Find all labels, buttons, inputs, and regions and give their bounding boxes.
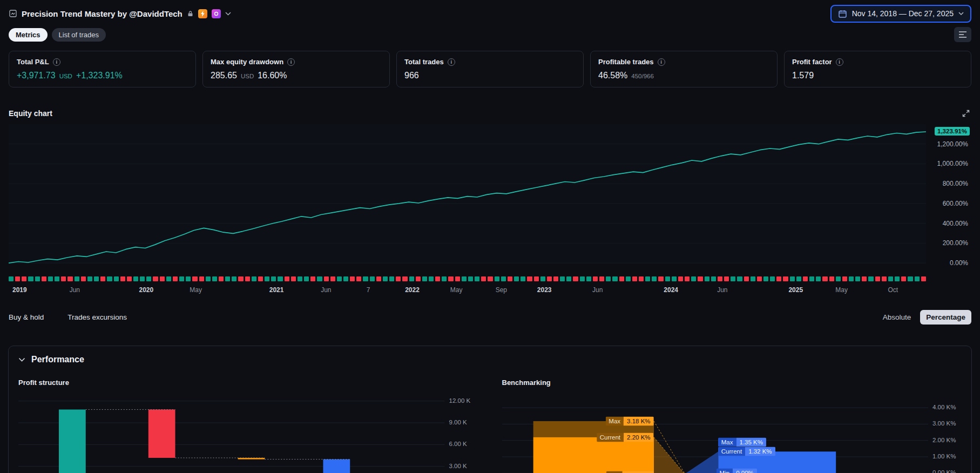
equity-x-axis: 2019Jun2020May2021Jun72022MaySep2023Jun2…: [9, 286, 926, 295]
metric-card-max-drawdown: Max equity drawdowni 285.65USD16.60%: [202, 51, 390, 87]
benchmark-buyhold-min-chip: Min0.00%: [717, 469, 757, 473]
date-chevron-down-icon: [958, 12, 964, 16]
benchmark-buyhold-max-chip: Max1.35 K%: [718, 438, 766, 447]
checkbox-label: Buy & hold: [9, 313, 44, 321]
chip-value: 2.20 K%: [624, 433, 653, 442]
benchmark-strategy-max-chip: Max3.18 K%: [605, 416, 653, 425]
chip-label: Current: [718, 447, 745, 456]
chevron-down-icon: [18, 357, 25, 362]
metric-value: +3,971.73: [17, 71, 56, 80]
metric-unit: USD: [241, 73, 254, 79]
chip-value: 3.18 K%: [624, 416, 653, 425]
list-lines-icon: [958, 31, 967, 38]
metric-value: 966: [404, 71, 419, 80]
chip-value: −14.14%: [623, 471, 654, 473]
date-range-text: Nov 14, 2018 — Dec 27, 2025: [852, 9, 954, 18]
title-chevron-down-icon[interactable]: [225, 12, 231, 16]
equity-curve: [9, 124, 926, 263]
performance-section: Performance Profit structure 12.00 K9.00…: [8, 346, 972, 473]
benchmarking-areas: [502, 397, 929, 473]
chip-value: 1.35 K%: [736, 438, 766, 447]
report-layout-button[interactable]: [954, 27, 971, 42]
tab-metrics[interactable]: Metrics: [9, 28, 48, 42]
axis-spacer: [926, 286, 971, 295]
date-range-button[interactable]: Nov 14, 2018 — Dec 27, 2025: [830, 5, 971, 23]
metric-value: 1.579: [792, 71, 814, 80]
metric-extra: 16.60%: [258, 71, 287, 80]
tabs-row: Metrics List of trades: [0, 24, 980, 42]
trade-markers-strip: [9, 276, 926, 281]
benchmarking-plot: Max3.18 K% Current2.20 K% Min−14.14% Max…: [502, 397, 929, 473]
strategy-title-group: Precision Trend Mastery by @DaviddTech: [9, 9, 231, 18]
equity-chart-plot[interactable]: [9, 124, 926, 263]
metric-label: Profitable trades: [598, 58, 654, 66]
tab-list-of-trades[interactable]: List of trades: [52, 28, 106, 42]
equity-y-axis: 1,323.91% 1,200.00%1,000.00%800.00%600.0…: [926, 124, 971, 263]
benchmark-strategy-current-chip: Current2.20 K%: [597, 433, 654, 442]
benchmark-strategy-min-chip: Min−14.14%: [606, 471, 653, 473]
chip-label: Min: [717, 469, 733, 473]
axis-spacer: [926, 276, 971, 281]
metric-value: 285.65: [211, 71, 237, 80]
benchmark-buyhold-current-chip: Current1.32 K%: [718, 447, 775, 456]
metric-card-total-pnl: Total P&Li +3,971.73USD+1,323.91%: [9, 51, 196, 87]
percentage-button[interactable]: Percentage: [920, 310, 971, 325]
premium-badge-icon: [198, 9, 207, 18]
chip-value: 0.00%: [733, 469, 757, 473]
chip-label: Min: [606, 471, 623, 473]
profit-structure-y-axis: 12.00 K9.00 K6.00 K3.00 K: [445, 397, 478, 473]
buy-and-hold-toggle[interactable]: Buy & hold: [9, 313, 44, 321]
metric-card-total-trades: Total tradesi 966: [396, 51, 584, 87]
chart-controls-row: Buy & hold Trades excursions Absolute Pe…: [9, 309, 971, 325]
performance-title: Performance: [31, 355, 84, 364]
metric-label: Total trades: [404, 58, 444, 66]
profit-structure-plot: [18, 397, 445, 473]
performance-header[interactable]: Performance: [18, 355, 962, 364]
expand-icon: [962, 109, 970, 118]
profit-structure-title: Profit structure: [18, 379, 478, 387]
equity-final-value-badge: 1,323.91%: [935, 127, 970, 136]
fullscreen-button[interactable]: [961, 108, 971, 119]
profit-structure-bars: [18, 397, 445, 473]
metric-unit: USD: [59, 73, 72, 79]
metric-label: Profit factor: [792, 58, 832, 66]
chip-value: 1.32 K%: [745, 447, 775, 456]
pro-badge-icon: [212, 9, 221, 18]
profit-structure-chart: Profit structure 12.00 K9.00 K6.00 K3.00…: [18, 379, 478, 473]
info-icon[interactable]: i: [836, 58, 843, 66]
trades-excursions-toggle[interactable]: Trades excursions: [67, 313, 127, 321]
benchmarking-title: Benchmarking: [502, 379, 962, 387]
metric-value: 46.58%: [598, 71, 627, 80]
chip-label: Max: [605, 416, 624, 425]
metric-card-profit-factor: Profit factori 1.579: [784, 51, 971, 87]
page-title: Precision Trend Mastery by @DaviddTech: [22, 9, 183, 18]
info-icon[interactable]: i: [53, 58, 60, 66]
benchmarking-y-axis: 4.00 K%3.00 K%2.00 K%1.00 K%0.00 K%: [928, 397, 962, 473]
metrics-row: Total P&Li +3,971.73USD+1,323.91% Max eq…: [0, 42, 980, 87]
absolute-button[interactable]: Absolute: [877, 310, 917, 325]
info-icon[interactable]: i: [448, 58, 455, 66]
checkbox-label: Trades excursions: [67, 313, 127, 321]
metric-label: Total P&L: [17, 58, 49, 66]
strategy-icon: [9, 9, 17, 18]
lock-icon: [187, 10, 194, 17]
equity-chart-section: Equity chart 1,323.91% 1,200.00%1,000.00…: [0, 108, 980, 295]
chip-label: Max: [718, 438, 736, 447]
benchmarking-chart: Benchmarking Max3.18 K% Current2.20 K% M…: [502, 379, 962, 473]
info-icon[interactable]: i: [287, 58, 295, 66]
metric-sub: 450/966: [631, 73, 654, 79]
chip-label: Current: [597, 433, 624, 442]
unit-toggle: Absolute Percentage: [877, 310, 971, 325]
top-bar: Precision Trend Mastery by @DaviddTech N…: [0, 0, 980, 24]
equity-chart-title: Equity chart: [9, 109, 52, 118]
metric-card-profitable-trades: Profitable tradesi 46.58%450/966: [590, 51, 778, 87]
metric-extra: +1,323.91%: [76, 71, 123, 80]
metric-label: Max equity drawdown: [211, 58, 283, 66]
calendar-icon: [838, 9, 847, 18]
info-icon[interactable]: i: [658, 58, 665, 66]
